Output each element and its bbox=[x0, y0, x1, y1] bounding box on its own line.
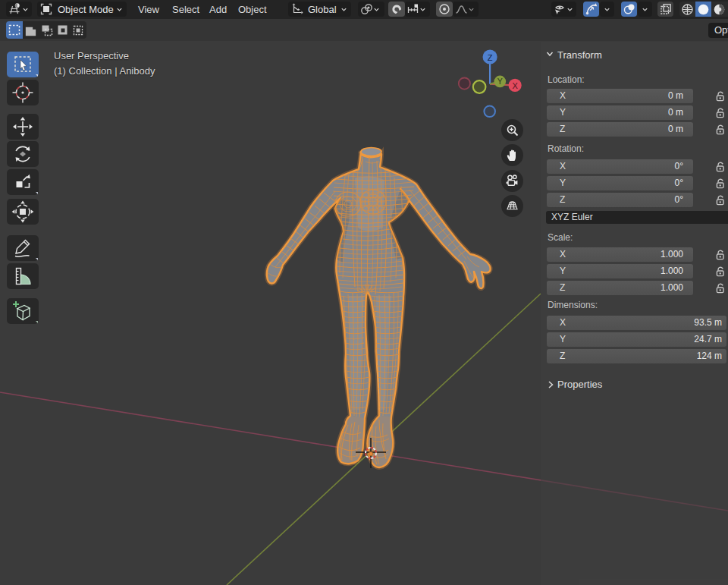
svg-text:Y: Y bbox=[497, 77, 503, 86]
svg-text:Z: Z bbox=[488, 53, 493, 62]
svg-text:X: X bbox=[512, 81, 518, 90]
